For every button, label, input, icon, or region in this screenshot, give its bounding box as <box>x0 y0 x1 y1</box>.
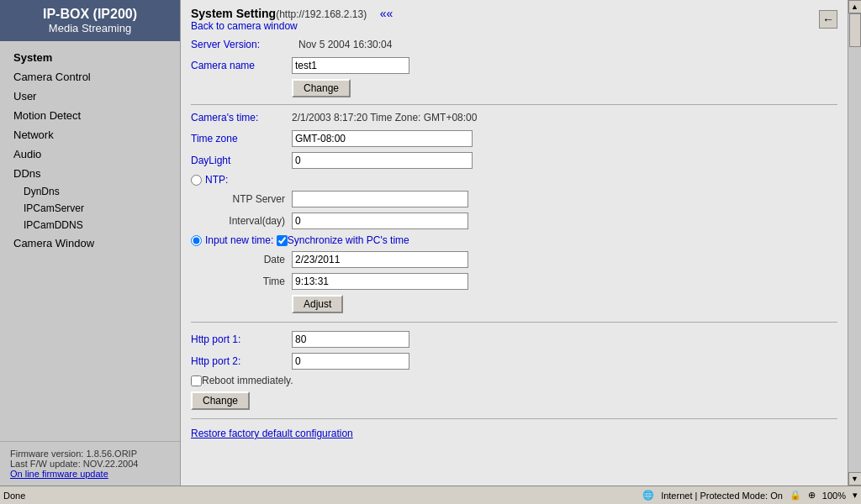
zoom-dropdown-icon[interactable]: ▾ <box>853 490 858 501</box>
sidebar-header: IP-BOX (IP200) Media Streaming <box>0 0 180 41</box>
scrollbar-thumb[interactable] <box>849 13 861 47</box>
status-mode: Internet | Protected Mode: On <box>661 491 783 501</box>
change-camera-name-button[interactable]: Change <box>292 79 351 97</box>
ntp-server-row: NTP Server <box>191 191 837 207</box>
ntp-server-input[interactable] <box>292 191 468 207</box>
daylight-label: DayLight <box>191 155 292 166</box>
last-fw-update: Last F/W update: NOV.22.2004 <box>10 459 170 469</box>
http-port1-label: Http port 1: <box>191 333 292 345</box>
page-title-text: System Setting <box>191 7 276 20</box>
interval-label: Interval(day) <box>211 215 292 227</box>
sidebar-footer: Firmware version: 1.8.56.ORIP Last F/W u… <box>0 441 180 486</box>
sync-pc-checkbox[interactable] <box>277 235 288 246</box>
page-title: System Setting(http://192.168.2.13) «« B… <box>191 7 393 32</box>
scrollbar-track <box>848 13 862 472</box>
scrollbar-down-btn[interactable]: ▼ <box>848 472 862 486</box>
restore-factory-link[interactable]: Restore factory default configuration <box>191 428 353 439</box>
page-title-bar: System Setting(http://192.168.2.13) «« B… <box>191 7 837 32</box>
divider1 <box>191 104 837 105</box>
adjust-btn-row: Adjust <box>292 295 837 313</box>
internet-icon: 🌐 <box>642 490 654 501</box>
cameras-time-label: Camera's time: <box>191 112 292 123</box>
fw-update-link[interactable]: On line firmware update <box>10 469 108 479</box>
sidebar-item-network[interactable]: Network <box>0 125 180 144</box>
sidebar-title1: IP-BOX (IP200) <box>3 7 177 22</box>
time-label: Time <box>211 276 292 287</box>
input-new-time-radio-row: Input new time: Synchronize with PC's ti… <box>191 234 837 246</box>
ntp-radio-row: NTP: <box>191 174 837 186</box>
http-port1-input[interactable] <box>292 331 409 348</box>
zoom-level: ⊕ <box>808 490 816 501</box>
sidebar-title2: Media Streaming <box>3 22 177 34</box>
lock-icon: 🔒 <box>790 490 801 501</box>
sidebar: IP-BOX (IP200) Media Streaming System Ca… <box>0 0 181 486</box>
cameras-time-value: 2/1/2003 8:17:20 Time Zone: GMT+08:00 <box>292 112 477 123</box>
scrollbar: ▲ ▼ <box>848 0 861 486</box>
server-version-label: Server Version: <box>191 39 292 50</box>
camera-name-input[interactable] <box>292 57 409 74</box>
ntp-label: NTP: <box>205 174 228 186</box>
divider2 <box>191 322 837 323</box>
sidebar-item-ipcamddns[interactable]: IPCamDDNS <box>0 217 180 234</box>
sync-pc-label: Synchronize with PC's time <box>288 234 409 246</box>
scrollbar-up-btn[interactable]: ▲ <box>848 0 862 13</box>
sidebar-item-audio[interactable]: Audio <box>0 144 180 164</box>
restore-row: Restore factory default configuration <box>191 428 837 439</box>
time-input[interactable] <box>292 273 468 290</box>
zoom-value: 100% <box>822 491 846 501</box>
firmware-version: Firmware version: 1.8.56.ORIP <box>10 449 170 459</box>
sidebar-item-ddns[interactable]: DDns <box>0 164 180 183</box>
interval-row: Interval(day) <box>191 213 837 229</box>
camera-name-label: Camera name <box>191 60 292 71</box>
page-url: (http://192.168.2.13) <box>276 8 367 20</box>
input-new-time-radio[interactable] <box>191 235 202 246</box>
status-right: 🌐 Internet | Protected Mode: On 🔒 ⊕ 100%… <box>642 490 858 501</box>
ntp-radio[interactable] <box>191 175 202 186</box>
status-left: Done <box>3 491 642 501</box>
interval-input[interactable] <box>292 213 468 229</box>
sidebar-item-dyndns[interactable]: DynDns <box>0 183 180 200</box>
date-input[interactable] <box>292 251 468 268</box>
http-port1-row: Http port 1: <box>191 331 837 348</box>
change-btn2-row: Change <box>191 391 837 410</box>
status-bar: Done 🌐 Internet | Protected Mode: On 🔒 ⊕… <box>0 486 861 504</box>
close-button[interactable]: ← <box>819 10 837 29</box>
change-button2[interactable]: Change <box>191 391 250 410</box>
camera-name-row: Camera name <box>191 57 837 74</box>
http-port2-input[interactable] <box>292 353 409 370</box>
back-to-camera-link[interactable]: Back to camera window <box>191 20 393 32</box>
daylight-input[interactable] <box>292 152 473 169</box>
timezone-label: Time zone <box>191 133 292 144</box>
reboot-label: Reboot immediately. <box>202 375 293 386</box>
time-row: Time <box>191 273 837 290</box>
change-btn-row: Change <box>191 79 837 97</box>
adjust-button[interactable]: Adjust <box>292 295 343 313</box>
server-version-value: Nov 5 2004 16:30:04 <box>298 39 392 50</box>
sidebar-item-ipcamserver[interactable]: IPCamServer <box>0 200 180 217</box>
sidebar-item-user[interactable]: User <box>0 87 180 106</box>
sidebar-item-motion-detect[interactable]: Motion Detect <box>0 106 180 125</box>
back-arrow-icon: «« <box>380 7 394 20</box>
reboot-row: Reboot immediately. <box>191 375 837 386</box>
http-port2-row: Http port 2: <box>191 353 837 370</box>
daylight-row: DayLight <box>191 152 837 169</box>
http-port2-label: Http port 2: <box>191 355 292 367</box>
timezone-input[interactable] <box>292 130 473 147</box>
divider3 <box>191 418 837 419</box>
reboot-checkbox[interactable] <box>191 375 202 386</box>
date-label: Date <box>211 254 292 265</box>
cameras-time-row: Camera's time: 2/1/2003 8:17:20 Time Zon… <box>191 112 837 123</box>
input-new-time-label: Input new time: <box>205 234 273 246</box>
timezone-row: Time zone <box>191 130 837 147</box>
content-area: System Setting(http://192.168.2.13) «« B… <box>181 0 848 486</box>
server-version-row: Server Version: Nov 5 2004 16:30:04 <box>191 39 837 50</box>
sidebar-nav: System Camera Control User Motion Detect… <box>0 41 180 441</box>
date-row: Date <box>191 251 837 268</box>
sidebar-item-system[interactable]: System <box>0 48 180 67</box>
ntp-server-label: NTP Server <box>211 193 292 205</box>
sidebar-item-camera-window[interactable]: Camera Window <box>0 234 180 253</box>
sidebar-item-camera-control[interactable]: Camera Control <box>0 67 180 87</box>
